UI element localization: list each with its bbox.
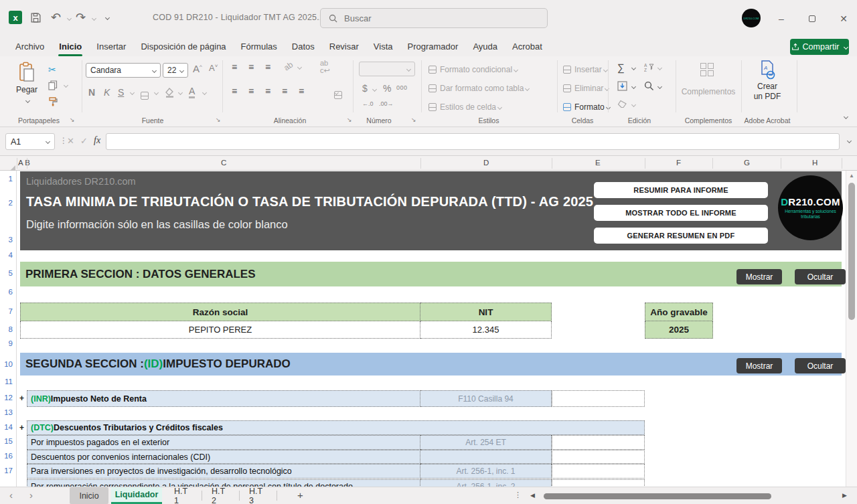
row-header-14[interactable]: 14 — [0, 423, 13, 431]
sort-filter-icon[interactable]: AZ — [644, 62, 654, 72]
outline-plus-icon[interactable]: + — [19, 423, 24, 432]
insert-function-icon[interactable]: fx — [94, 135, 100, 146]
align-right-icon[interactable]: ≡ — [265, 86, 270, 96]
decrease-decimal-icon[interactable]: .00→ — [379, 100, 394, 107]
currency-dropdown-icon[interactable] — [372, 87, 377, 92]
row-header-16[interactable]: 16 — [0, 452, 13, 460]
italic-button[interactable]: K — [104, 87, 110, 98]
comma-format-icon[interactable]: 000 — [396, 84, 408, 91]
redo-dropdown-icon[interactable] — [92, 16, 96, 21]
row-cdi-input-cell[interactable] — [552, 450, 645, 464]
copy-dropdown-icon[interactable] — [64, 83, 68, 88]
row-header-5[interactable]: 5 — [0, 269, 13, 277]
sheet-tab-inicio[interactable]: Inicio — [70, 487, 108, 504]
col-header-ab[interactable]: A B — [18, 159, 30, 167]
row-doctorado-input-cell[interactable] — [552, 479, 645, 487]
align-left-icon[interactable]: ≡ — [232, 86, 237, 96]
tab-programador[interactable]: Programador — [400, 38, 466, 55]
create-pdf-button[interactable]: A Crear un PDF — [743, 60, 791, 102]
underline-dropdown-icon[interactable] — [130, 90, 135, 95]
section2-mostrar-button[interactable]: Mostrar — [736, 358, 782, 373]
row-header-2[interactable]: 2 — [0, 199, 13, 207]
font-color-icon[interactable]: A — [189, 86, 195, 98]
tab-revisar[interactable]: Revisar — [322, 38, 366, 55]
undo-dropdown-icon[interactable] — [67, 16, 72, 21]
row-inr-input-cell[interactable] — [552, 390, 645, 407]
font-dialog-launcher-icon[interactable]: ↘ — [216, 116, 221, 123]
col-header-g[interactable]: G — [744, 159, 750, 167]
row-cdi-label-cell[interactable]: Descuentos por convenios internacionales… — [27, 450, 420, 464]
row-dtc-header-cell[interactable]: (DTC) Descuentos Tributarios y Créditos … — [27, 420, 645, 435]
outline-plus-icon[interactable]: + — [19, 394, 24, 403]
format-as-table-button[interactable]: Dar formato como tabla — [428, 82, 529, 95]
alignment-dialog-launcher-icon[interactable]: ↘ — [347, 116, 352, 123]
increase-font-icon[interactable]: A^ — [193, 63, 202, 74]
format-cells-button[interactable]: Formato — [563, 100, 610, 114]
clear-dropdown-icon[interactable] — [631, 102, 636, 107]
row-header-17[interactable]: 17 — [0, 467, 13, 475]
tab-archivo[interactable]: Archivo — [8, 38, 52, 55]
excel-app-icon[interactable]: x — [9, 11, 22, 24]
align-top-icon[interactable]: ≡ — [232, 62, 237, 72]
find-select-icon[interactable] — [644, 81, 654, 91]
save-icon[interactable] — [30, 12, 42, 23]
next-sheet-icon[interactable]: › — [29, 489, 33, 501]
row-header-15[interactable]: 15 — [0, 437, 13, 445]
cell-styles-button[interactable]: Estilos de celda — [428, 100, 501, 114]
generar-pdf-button[interactable]: GENERAR RESUMEN EN PDF — [594, 228, 768, 244]
tab-insertar[interactable]: Insertar — [89, 38, 133, 55]
underline-button[interactable]: S — [118, 87, 124, 98]
sheet-tab-ht1[interactable]: H.T 1 — [165, 487, 201, 504]
expand-formula-bar-icon[interactable] — [847, 139, 852, 143]
section1-mostrar-button[interactable]: Mostrar — [736, 269, 782, 284]
insert-cells-button[interactable]: Insertar — [563, 63, 607, 76]
undo-icon[interactable]: ↶ — [51, 10, 61, 25]
share-button[interactable]: Compartir — [790, 39, 849, 55]
tab-ayuda[interactable]: Ayuda — [465, 38, 505, 55]
mostrar-informe-button[interactable]: MOSTRAR TODO EL INFORME — [594, 205, 768, 221]
fill-color-icon[interactable] — [165, 88, 175, 98]
restore-button[interactable] — [801, 0, 824, 37]
sheet-tab-liquidador[interactable]: Liquidador — [111, 487, 162, 504]
nit-cell[interactable]: 12.345 — [420, 321, 552, 339]
cancel-entry-icon[interactable]: ✕ — [67, 136, 74, 146]
conditional-format-button[interactable]: Formato condicional — [428, 63, 518, 76]
worksheet[interactable]: 1 2 3 4 5 6 7 8 9 10 11 12 13 14 15 16 1… — [0, 171, 857, 487]
clipboard-dialog-launcher-icon[interactable]: ↘ — [70, 116, 75, 123]
tab-vista[interactable]: Vista — [366, 38, 400, 55]
cut-icon[interactable]: ✂ — [48, 64, 56, 75]
row-header-8[interactable]: 8 — [0, 325, 13, 333]
razon-social-cell[interactable]: PEPITO PEREZ — [20, 321, 420, 339]
col-header-d[interactable]: D — [483, 159, 489, 167]
tab-disposicion[interactable]: Disposición de página — [133, 38, 233, 55]
tab-inicio[interactable]: Inicio — [52, 38, 89, 55]
align-middle-icon[interactable]: ≡ — [248, 62, 254, 72]
confirm-entry-icon[interactable]: ✓ — [80, 136, 88, 146]
tab-formulas[interactable]: Fórmulas — [234, 38, 285, 55]
autosum-dropdown-icon[interactable] — [631, 66, 636, 70]
find-dropdown-icon[interactable] — [657, 84, 662, 89]
prev-sheet-icon[interactable]: ‹ — [9, 489, 13, 501]
row-header-13[interactable]: 13 — [0, 408, 13, 416]
vertical-scrollbar[interactable]: ▲ — [846, 171, 857, 487]
row-header-6[interactable]: 6 — [0, 288, 13, 296]
tab-acrobat[interactable]: Acrobat — [505, 38, 550, 55]
row-header-9[interactable]: 9 — [0, 339, 13, 347]
paste-button[interactable]: Pegar — [9, 62, 44, 106]
row-investigacion-input-cell[interactable] — [552, 464, 645, 479]
font-size-select[interactable]: 22 — [163, 63, 188, 78]
row-header-11[interactable]: 11 — [0, 377, 13, 386]
search-input[interactable] — [343, 13, 517, 24]
col-header-e[interactable]: E — [595, 159, 601, 167]
row-header-4[interactable]: 4 — [0, 251, 13, 259]
minimize-button[interactable]: – — [770, 0, 793, 37]
row-header-7[interactable]: 7 — [0, 307, 13, 315]
orientation-dropdown-icon[interactable] — [297, 65, 302, 70]
col-header-f[interactable]: F — [676, 159, 681, 167]
add-sheet-button[interactable]: + — [297, 489, 303, 501]
row-exterior-input-cell[interactable] — [552, 435, 645, 450]
redo-icon[interactable]: ↷ — [76, 10, 86, 25]
decrease-indent-icon[interactable]: ≡ — [282, 86, 287, 96]
quick-access-customize-icon[interactable] — [105, 15, 110, 20]
align-center-icon[interactable]: ≡ — [248, 86, 254, 96]
